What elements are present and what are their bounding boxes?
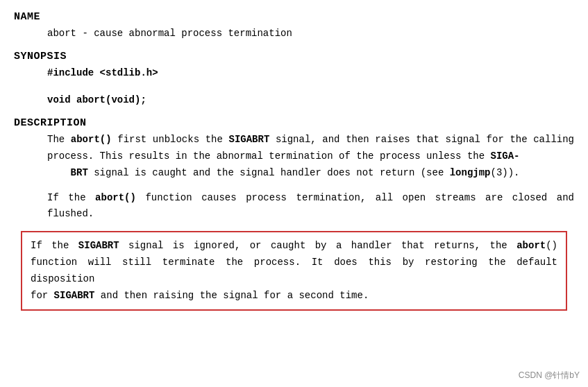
include-statement: #include <stdlib.h> — [47, 65, 574, 80]
highlighted-bold2: abort — [516, 240, 546, 251]
watermark: CSDN @针情bY — [519, 370, 580, 381]
name-content: abort - cause abnormal process terminati… — [14, 26, 574, 41]
description-section: DESCRIPTION The abort() first unblocks t… — [14, 117, 574, 311]
highlighted-bold1: SIGABRT — [78, 240, 119, 251]
description-paragraph1: The abort() first unblocks the SIGABRT s… — [14, 132, 574, 181]
desc-p1-bold1: abort() — [71, 134, 112, 145]
desc-p1-text4: signal is caught and the signal handler … — [88, 167, 450, 178]
desc-p2-text1: If the — [47, 192, 95, 203]
synopsis-title: SYNOPSIS — [14, 51, 574, 62]
highlighted-text2: signal is ignored, or caught by a handle… — [119, 240, 517, 251]
desc-p1-bold4: longjmp — [450, 167, 491, 178]
name-description: abort - cause abnormal process terminati… — [47, 28, 292, 39]
description-title: DESCRIPTION — [14, 117, 574, 129]
highlighted-text4: and then raising the signal for a second… — [94, 290, 369, 301]
desc-p1-text1: The — [47, 134, 71, 145]
desc-p1-text2: first unblocks the — [112, 134, 229, 145]
desc-p2-bold1: abort() — [95, 192, 136, 203]
synopsis-content: #include <stdlib.h> void abort(void); — [14, 65, 574, 108]
highlighted-text1: If the — [31, 240, 78, 251]
name-title: NAME — [14, 11, 574, 23]
name-section: NAME abort - cause abnormal process term… — [14, 11, 574, 41]
function-declaration: void abort(void); — [47, 92, 574, 108]
desc-p1-bold2: SIGABRT — [228, 134, 269, 145]
description-paragraph2: If the abort() function causes process t… — [14, 190, 574, 223]
desc-p1-text5: (3)). — [491, 167, 520, 178]
description-highlighted: If the SIGABRT signal is ignored, or cau… — [21, 231, 567, 311]
highlighted-bold3: SIGABRT — [54, 290, 95, 301]
synopsis-section: SYNOPSIS #include <stdlib.h> void abort(… — [14, 51, 574, 108]
